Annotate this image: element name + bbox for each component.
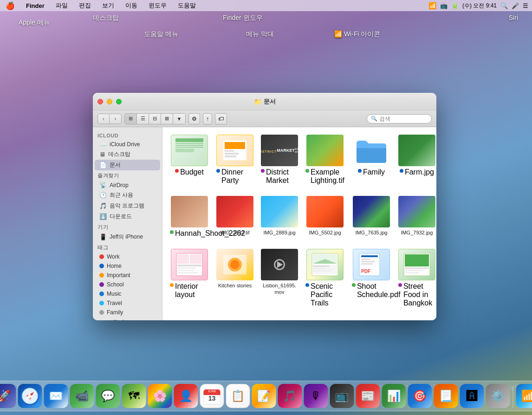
sidebar-tag-family[interactable]: Family: [95, 308, 160, 317]
file-item-family[interactable]: Family: [350, 133, 393, 187]
wifi-icon[interactable]: 📶: [428, 2, 436, 9]
menu-go[interactable]: 이동: [123, 0, 139, 11]
sidebar-tag-school[interactable]: School: [95, 280, 160, 289]
file-item-img7932[interactable]: IMG_7932.jpg: [396, 194, 436, 240]
sidebar-item-downloads[interactable]: ⬇️ 다운로드: [95, 211, 160, 222]
file-item-kitchen[interactable]: Kitchen stories: [214, 247, 255, 309]
share-button[interactable]: ↑: [203, 113, 212, 124]
dock-app-maps[interactable]: 🗺: [122, 384, 146, 408]
sidebar-tag-music[interactable]: Music: [95, 289, 160, 298]
file-item-img2889[interactable]: IMG_2889.jpg: [259, 194, 300, 240]
finder-menu[interactable]: Finder: [24, 1, 46, 10]
apple-menu[interactable]: 🍎: [4, 0, 17, 11]
menu-view[interactable]: 보기: [100, 0, 116, 11]
dock-app-safari[interactable]: [18, 384, 42, 408]
dock-app-podcasts[interactable]: 🎙: [304, 384, 328, 408]
forward-button[interactable]: ›: [110, 114, 122, 124]
dock-app-contacts[interactable]: 👤: [174, 384, 198, 408]
file-item-hannah[interactable]: Hannah_Shoot_2262: [168, 194, 211, 240]
sidebar-item-documents[interactable]: 📄 문서: [95, 160, 160, 170]
actions-button[interactable]: ⚙: [188, 113, 200, 124]
sidebar-tag-work[interactable]: Work: [95, 252, 160, 261]
maximize-button[interactable]: [116, 99, 122, 104]
view-gallery-button[interactable]: ⊠: [161, 114, 173, 124]
dock-app-music[interactable]: 🎵: [278, 384, 302, 408]
tags-button[interactable]: 🏷: [215, 113, 227, 124]
sidebar-tag-home[interactable]: Home: [95, 261, 160, 271]
file-item-budget[interactable]: Budget: [168, 133, 211, 187]
dock-app-facetime[interactable]: 📹: [70, 384, 94, 408]
sidebar-label-icloud-drive: iCloud Drive: [110, 141, 140, 148]
dock-app-launchpad[interactable]: 🚀: [0, 384, 16, 408]
close-button[interactable]: [97, 99, 103, 104]
sidebar-item-music[interactable]: 🎵 음악 프로그램: [95, 201, 160, 211]
file-item-dinner-party[interactable]: Dinner Party: [214, 133, 255, 187]
file-item-example-lighting[interactable]: Example Lighting.tif: [304, 133, 346, 187]
dock-app-appletv[interactable]: 📺: [330, 384, 354, 408]
sidebar-tag-important[interactable]: Important: [95, 271, 160, 280]
file-item-lisbon[interactable]: Lisbon_61695.mov: [259, 247, 300, 309]
file-item-img5502[interactable]: IMG_5502.jpg: [304, 194, 346, 240]
back-button[interactable]: ‹: [97, 114, 110, 124]
search-icon[interactable]: 🔍: [500, 2, 508, 9]
dock-app-messages[interactable]: 💬: [96, 384, 120, 408]
view-list-button[interactable]: ☰: [137, 114, 149, 124]
search-input[interactable]: [379, 116, 428, 122]
dot-dinner: [216, 169, 220, 173]
label-pacific: Scenic Pacific Trails: [311, 282, 344, 307]
svg-rect-27: [361, 255, 378, 257]
menu-window[interactable]: 윈도우: [147, 0, 169, 11]
search-box[interactable]: 🔍: [367, 114, 432, 123]
dock-app-calendar[interactable]: 13JUNE: [200, 384, 224, 408]
music-icon: 🎵: [99, 202, 107, 209]
file-item-pacific[interactable]: Scenic Pacific Trails: [304, 247, 346, 309]
menu-edit[interactable]: 편집: [77, 0, 93, 11]
sidebar-tag-travel[interactable]: Travel: [95, 298, 160, 308]
siri-icon[interactable]: 🎤: [512, 2, 519, 9]
view-dropdown-button[interactable]: ▼: [173, 114, 185, 124]
dock-app-keynote[interactable]: 🎯: [408, 384, 432, 408]
sidebar-item-icloud-drive[interactable]: ☁️ iCloud Drive: [95, 139, 160, 149]
label-street: Street Food in Bangkok: [403, 282, 435, 307]
file-item-farm[interactable]: Farm.jpg: [396, 133, 436, 187]
dock-app-airdrop[interactable]: 📶: [516, 384, 532, 408]
sidebar-item-recents[interactable]: 🕐 최근 사용: [95, 190, 160, 201]
sidebar-item-desktop[interactable]: 🖥 데스크탑: [95, 149, 160, 160]
file-item-district-market[interactable]: DISTRICT MARKET EST. 2015 District Marke…: [259, 133, 300, 187]
file-item-img2832[interactable]: IMG_2832.tif: [214, 194, 255, 240]
file-thumb-kitchen: [216, 249, 253, 280]
iphone-icon: 📱: [99, 233, 107, 240]
dock-app-notes[interactable]: 📝: [252, 384, 276, 408]
battery-icon[interactable]: 🔋: [451, 2, 459, 9]
dock-app-photos[interactable]: 🌸: [148, 384, 172, 408]
file-item-interior[interactable]: Interior layout: [168, 247, 211, 309]
sidebar-item-iphone[interactable]: 📱 Jeff의 iPhone: [95, 232, 160, 242]
sidebar-item-airdrop[interactable]: 📡 AirDrop: [95, 180, 160, 190]
documents-icon: 📄: [99, 162, 107, 169]
view-icon-button[interactable]: ⊞: [125, 114, 137, 124]
dock-app-sysprefs[interactable]: ⚙️: [486, 384, 510, 408]
dock-app-appstore[interactable]: 🅰: [460, 384, 484, 408]
view-col-button[interactable]: ⊟: [149, 114, 161, 124]
file-item-img7635[interactable]: IMG_7635.jpg: [350, 194, 393, 240]
dock-app-mail[interactable]: ✉️: [44, 384, 68, 408]
file-thumb-dinner: [216, 135, 253, 166]
file-name-img5502: IMG_5502.jpg: [309, 229, 341, 236]
minimize-button[interactable]: [107, 99, 112, 104]
dock-separator: [513, 386, 513, 408]
dock-app-pages[interactable]: 📃: [434, 384, 458, 408]
control-center-icon[interactable]: ☰: [523, 2, 528, 9]
menu-file[interactable]: 파일: [54, 0, 70, 11]
airplay-icon[interactable]: 📺: [440, 2, 448, 9]
sidebar-tag-all[interactable]: 모든 태그...: [95, 317, 160, 320]
sidebar-label-documents: 문서: [110, 161, 121, 169]
svg-rect-14: [177, 267, 196, 269]
sidebar-label-iphone: Jeff의 iPhone: [110, 233, 143, 241]
dock-app-numbers[interactable]: 📊: [382, 384, 406, 408]
menu-help[interactable]: 도움말: [176, 0, 198, 11]
dock-app-news[interactable]: 📰: [356, 384, 380, 408]
search-icon: 🔍: [371, 116, 377, 122]
file-item-street-food[interactable]: Street Food in Bangkok: [396, 247, 436, 309]
dock-app-reminders[interactable]: 📋: [226, 384, 250, 408]
file-item-shoot-schedule[interactable]: PDF Shoot Schedule.pdf: [350, 247, 393, 309]
